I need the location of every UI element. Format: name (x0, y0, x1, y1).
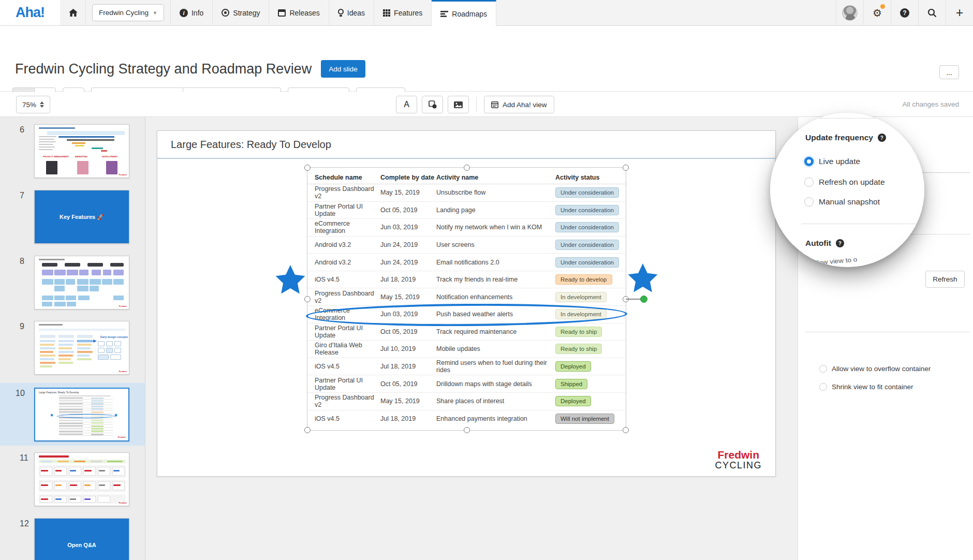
slide-thumbnail-10[interactable]: Large Features: Ready To Develop ★ ★ Fre… (34, 388, 129, 441)
aha-logo[interactable]: Aha! (16, 5, 45, 21)
aha-app: Aha! Fredwin Cycling ▼ i Info Strategy R… (0, 0, 973, 560)
shape-tool-button[interactable] (422, 96, 443, 113)
slide-title-text: Open Q&A (67, 542, 96, 548)
add-button[interactable]: + (946, 0, 973, 25)
search-button[interactable] (918, 0, 946, 25)
column-header: Activity name (436, 174, 555, 181)
status-badge: Will not implement (555, 414, 614, 424)
aha-list-report-view[interactable]: Schedule name Complete by date Activity … (307, 167, 626, 431)
help-button[interactable]: ? (891, 0, 918, 25)
resize-handle[interactable] (623, 165, 629, 171)
nav-item-strategy[interactable]: Strategy (213, 0, 269, 25)
star-shape-right[interactable] (627, 262, 659, 294)
schedule-name-cell: Progress Dashboard v2 (315, 394, 380, 408)
slide-thumbnail-7[interactable]: Key Features 🚀 (34, 190, 129, 244)
status-badge: Shipped (555, 379, 587, 389)
mini-highlight-oval (57, 414, 116, 418)
roadmaps-icon (440, 11, 448, 17)
releases-calendar-icon (278, 9, 286, 17)
activity-name-cell: Unsubscribe flow (436, 189, 555, 196)
zoom-level-control[interactable]: 75% (16, 96, 50, 113)
slide-canvas: Large Features: Ready To Develop Schedul… (145, 117, 798, 560)
slide-thumbnail-6[interactable]: PRODUCT MANAGEMENT MARKETING DEVELOPMENT… (34, 124, 129, 178)
image-tool-button[interactable] (448, 96, 469, 113)
view-doc-icon (491, 101, 498, 108)
nav-item-roadmaps[interactable]: Roadmaps (432, 0, 496, 26)
settings-button[interactable]: ⚙ (863, 0, 891, 25)
status-badge: Deployed (555, 361, 591, 372)
page-title: Fredwin Cycling Strategy and Roadmap Rev… (15, 61, 312, 77)
radio-refresh-on-update[interactable]: Refresh on update (804, 178, 885, 187)
slide-thumbnail-12[interactable]: Open Q&A (34, 518, 129, 560)
help-icon[interactable]: ? (878, 134, 886, 142)
slide-thumbnail-11[interactable]: Fredwin (34, 452, 129, 506)
resize-handle[interactable] (623, 427, 629, 433)
top-nav: Aha! Fredwin Cycling ▼ i Info Strategy R… (0, 0, 973, 26)
nav-item-info[interactable]: i Info (170, 0, 213, 25)
text-tool-button[interactable]: A (396, 96, 417, 113)
refresh-button[interactable]: Refresh (925, 271, 965, 288)
mini-star-icon: ★ (50, 413, 54, 418)
autofit-option-overflow[interactable]: Allow view to overflow container (819, 365, 931, 373)
more-options-button[interactable]: ... (939, 65, 959, 79)
image-icon (454, 101, 463, 108)
activity-name-cell: Mobile updates (436, 345, 555, 352)
nav-item-features[interactable]: Features (374, 0, 432, 25)
resize-handle[interactable] (304, 165, 311, 171)
gear-icon: ⚙ (873, 8, 882, 18)
table-row: Android v3.2 Jun 24, 2019 Email notifica… (307, 254, 626, 271)
resize-handle[interactable] (304, 427, 311, 433)
resize-handle[interactable] (464, 427, 470, 433)
resize-handle[interactable] (304, 296, 311, 302)
add-aha-view-button[interactable]: Add Aha! view (484, 96, 554, 113)
status-badge: Under consideration (555, 240, 619, 250)
complete-by-date-cell: May 15, 2019 (380, 293, 436, 301)
table-header-row: Schedule name Complete by date Activity … (307, 171, 626, 184)
user-avatar[interactable] (836, 0, 863, 25)
nav-item-releases[interactable]: Releases (269, 0, 329, 25)
schedule-name-cell: iOS v4.5 (315, 363, 380, 370)
update-frequency-label: Update frequency (805, 133, 873, 142)
notification-dot (880, 4, 885, 9)
product-selector[interactable]: Fredwin Cycling ▼ (92, 4, 164, 21)
nav-item-ideas[interactable]: Ideas (329, 0, 374, 25)
activity-name-cell: Email notifications 2.0 (436, 259, 555, 266)
resize-handle[interactable] (464, 165, 470, 171)
table-row: Giro d'Italia Web Release Jul 10, 2019 M… (307, 341, 626, 358)
complete-by-date-cell: Oct 05, 2019 (380, 380, 436, 388)
complete-by-date-cell: Jun 24, 2019 (380, 259, 436, 266)
schedule-name-cell: eCommerce Integration (315, 220, 380, 234)
stepper-icon (40, 101, 44, 108)
slide-title[interactable]: Large Features: Ready To Develop (157, 131, 775, 159)
star-shape-left[interactable] (274, 263, 306, 296)
activity-name-cell: Notify my network when I win a KOM (436, 224, 555, 231)
connector-line (626, 299, 642, 300)
complete-by-date-cell: May 15, 2019 (380, 189, 436, 196)
radio-live-update[interactable]: Live update (804, 157, 860, 166)
activity-name-cell: Track my friends in real-time (436, 276, 555, 283)
autofit-option-shrink[interactable]: Shrink view to fit container (819, 383, 913, 391)
complete-by-date-cell: Jun 03, 2019 (380, 224, 436, 231)
activity-name-cell: User screens (436, 241, 555, 248)
slide-thumbnail-9[interactable]: Early design concepts Fredwin (34, 321, 129, 375)
rotate-connector-handle[interactable] (640, 296, 647, 303)
status-badge: Under consideration (555, 222, 619, 232)
table-row: iOS v4.5 Jul 18, 2019 Track my friends i… (307, 271, 626, 289)
radio-icon (819, 383, 827, 391)
radio-manual-snapshot[interactable]: Manual snapshot (804, 197, 880, 207)
complete-by-date-cell: Oct 05, 2019 (380, 207, 436, 214)
add-slide-button[interactable]: Add slide (321, 60, 365, 78)
divider (801, 224, 924, 224)
radio-icon (804, 178, 814, 187)
table-row: Android v3.2 Jun 24, 2019 User screens U… (307, 237, 626, 254)
current-slide[interactable]: Large Features: Ready To Develop Schedul… (157, 130, 776, 477)
slide-thumbnail-8[interactable]: Fredwin (34, 256, 129, 310)
home-button[interactable] (61, 0, 86, 25)
table-row: Progress Dashboard v2 May 15, 2019 Unsub… (307, 184, 626, 202)
autofit-label: Autofit (805, 239, 831, 248)
schedule-name-cell: Progress Dashboard v2 (315, 290, 380, 304)
help-icon[interactable]: ? (836, 239, 844, 247)
activity-name-cell: Drilldown maps with stage details (436, 380, 555, 388)
complete-by-date-cell: Jul 18, 2019 (380, 276, 436, 283)
slide-number: 10 (16, 389, 25, 398)
